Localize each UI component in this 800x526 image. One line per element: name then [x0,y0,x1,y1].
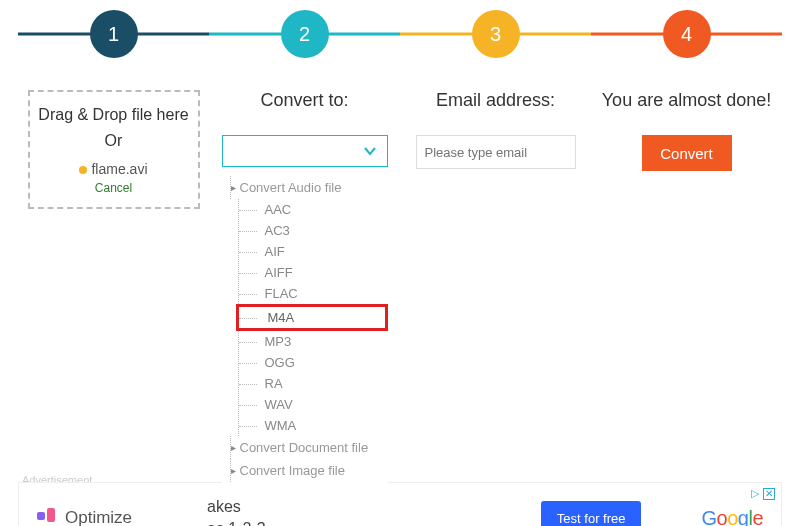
ad-copy: akes as 1-2-3. [207,496,541,526]
format-option-ra[interactable]: RA [239,373,388,394]
google-logo: Google [701,507,763,527]
convert-to-heading: Convert to: [260,90,348,111]
ad-controls[interactable]: ▷ ✕ [751,487,775,500]
chevron-down-icon [363,144,377,158]
format-option-m4a[interactable]: M4A [236,304,388,331]
step-4: 4 [663,10,711,58]
optimize-brand: Optimize [65,508,132,526]
almost-done-heading: You are almost done! [602,90,771,111]
format-option-wav[interactable]: WAV [239,394,388,415]
step-1: 1 [90,10,138,58]
format-option-aiff[interactable]: AIFF [239,262,388,283]
format-option-mp3[interactable]: MP3 [239,331,388,352]
ad-close-icon[interactable]: ✕ [763,488,775,500]
cancel-upload-link[interactable]: Cancel [30,181,198,195]
step-3: 3 [472,10,520,58]
file-dropzone[interactable]: Drag & Drop file here Or flame.avi Cance… [28,90,200,209]
format-option-flac[interactable]: FLAC [239,283,388,304]
format-option-wma[interactable]: WMA [239,415,388,436]
dropdown-group-image[interactable]: Convert Image file [230,459,388,482]
ad-banner[interactable]: ▷ ✕ Optimize akes as 1-2-3. Test for fre… [18,482,782,526]
format-select[interactable] [222,135,388,167]
format-option-ac3[interactable]: AC3 [239,220,388,241]
step-indicator: 1 2 3 4 [18,10,782,72]
file-status-dot-icon [79,166,87,174]
email-field[interactable] [416,135,576,169]
format-option-aif[interactable]: AIF [239,241,388,262]
ad-play-icon[interactable]: ▷ [751,487,759,500]
optimize-logo-icon [37,508,57,526]
dropdown-group-document[interactable]: Convert Document file [230,436,388,459]
dropzone-or: Or [30,128,198,154]
dropdown-group-audio[interactable]: Convert Audio file [230,176,388,199]
dropzone-label: Drag & Drop file here [30,102,198,128]
uploaded-filename: flame.avi [91,161,147,177]
email-heading: Email address: [436,90,555,111]
format-option-ogg[interactable]: OGG [239,352,388,373]
convert-button[interactable]: Convert [642,135,732,171]
format-dropdown: Convert Audio file AAC AC3 AIF AIFF FLAC… [222,167,388,490]
format-option-aac[interactable]: AAC [239,199,388,220]
step-2: 2 [281,10,329,58]
ad-cta-button[interactable]: Test for free [541,501,642,527]
uploaded-file: flame.avi [30,161,198,177]
